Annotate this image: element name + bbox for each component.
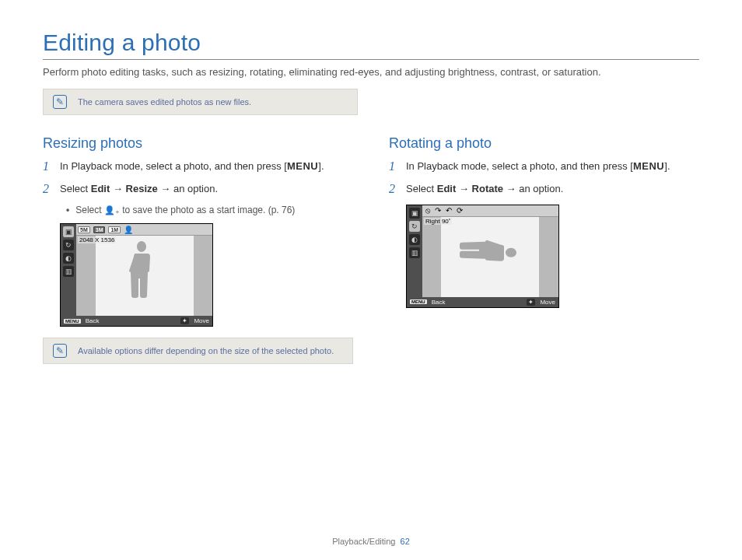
rotate-right-icon: ↷ [435, 206, 441, 215]
t: Select [406, 183, 437, 194]
lcd-canvas: ⦸ ↷ ↶ ⟳ Right 90˚ [422, 205, 558, 297]
resize-icon: ▣ [63, 226, 74, 237]
step-number: 2 [389, 182, 400, 197]
lcd-footer: MENU Back ✦ Move [407, 297, 558, 307]
step-body: Select Edit → Resize → an option. [60, 182, 353, 197]
intro-text: Perform photo editing tasks, such as res… [43, 66, 699, 78]
section-heading-rotate: Rotating a photo [389, 135, 699, 152]
bullet-dot-icon: • [66, 205, 69, 215]
step1-text-a: In Playback mode, select a photo, and th… [60, 160, 284, 172]
adjust-icon: ▥ [409, 247, 420, 258]
note-box-bottom: ✎ Available options differ depending on … [43, 338, 353, 364]
step-number: 1 [389, 159, 400, 174]
palette-icon: ◐ [409, 234, 420, 245]
rotate-label: Rotate [472, 183, 503, 194]
resize-icon: ▣ [409, 208, 420, 219]
menu-label: MENU [287, 160, 318, 172]
rotate-icon: ↻ [409, 221, 420, 232]
arrow: → [456, 183, 471, 194]
back-label: Back [432, 299, 446, 306]
column-resizing: Resizing photos 1 In Playback mode, sele… [43, 135, 353, 384]
step-2: 2 Select Edit → Rotate → an option. [389, 182, 699, 197]
lcd-topbar: 5M 3M 1M 👤 [76, 224, 212, 236]
step-1: 1 In Playback mode, select a photo, and … [389, 159, 699, 174]
start-image-icon: 👤₊ [104, 205, 120, 215]
rotate-180-icon: ⟳ [457, 206, 463, 215]
size-chip-active: 3M [93, 226, 106, 233]
lcd-topbar: ⦸ ↷ ↶ ⟳ [422, 205, 558, 217]
t: . [667, 160, 670, 172]
t: → an option. [503, 183, 563, 194]
adjust-icon: ▥ [63, 266, 74, 277]
page-number: 62 [401, 537, 410, 546]
lcd-footer: MENU Back ✦ Move [61, 316, 212, 326]
sub-bullet: • Select 👤₊ to save the photo as a start… [66, 205, 353, 215]
lcd-sidebar: ▣ ↻ ◐ ▥ [61, 224, 76, 316]
title-rule [43, 59, 699, 60]
edit-label: Edit [437, 183, 457, 194]
move-label: Move [540, 299, 555, 306]
lcd-resolution-label: 2048 X 1536 [78, 236, 116, 243]
lcd-screenshot-rotate: ▣ ↻ ◐ ▥ ⦸ ↷ ↶ ⟳ Right 90˚ [406, 205, 559, 308]
note-box-top: ✎ The camera saves edited photos as new … [43, 89, 358, 115]
menu-badge: MENU [64, 319, 81, 324]
step-body: Select Edit → Rotate → an option. [406, 182, 699, 197]
start-image-icon: 👤 [124, 226, 133, 234]
lcd-screenshot-resize: ▣ ↻ ◐ ▥ 5M 3M 1M 👤 2048 X 1536 [60, 223, 213, 327]
person-silhouette [128, 240, 155, 300]
nav-icon: ✦ [180, 317, 189, 324]
footer-section: Playback/Editing [332, 537, 395, 546]
step-number: 2 [43, 182, 54, 197]
arrow: → [110, 183, 125, 194]
step-body: In Playback mode, select a photo, and th… [406, 159, 699, 174]
nav-icon: ✦ [527, 299, 535, 306]
menu-label: MENU [633, 160, 664, 172]
edit-label: Edit [91, 183, 110, 194]
bullet-text: Select 👤₊ to save the photo as a start i… [75, 205, 295, 215]
size-chip: 1M [108, 226, 121, 233]
menu-badge: MENU [410, 299, 427, 304]
off-icon: ⦸ [425, 206, 430, 215]
step1-text-b: . [321, 160, 324, 172]
lcd-canvas: 5M 3M 1M 👤 2048 X 1536 [76, 224, 212, 316]
resize-label: Resize [126, 183, 158, 194]
column-rotating: Rotating a photo 1 In Playback mode, sel… [389, 135, 699, 384]
rotate-left-icon: ↶ [446, 206, 452, 215]
lcd-rotation-label: Right 90˚ [424, 218, 452, 225]
size-chip: 5M [78, 226, 90, 233]
bt-post: to save the photo as a start image. (p. … [120, 205, 295, 215]
step-body: In Playback mode, select a photo, and th… [60, 159, 353, 174]
page-title: Editing a photo [43, 30, 699, 56]
step-1: 1 In Playback mode, select a photo, and … [43, 159, 353, 174]
lcd-sidebar: ▣ ↻ ◐ ▥ [407, 205, 422, 297]
t: Select [60, 183, 91, 194]
note-text: The camera saves edited photos as new fi… [78, 97, 251, 107]
person-silhouette-rotated [457, 239, 518, 265]
t: In Playback mode, select a photo, and th… [406, 160, 630, 172]
back-label: Back [86, 317, 100, 324]
note-icon: ✎ [53, 344, 67, 358]
rotate-icon: ↻ [63, 240, 74, 250]
step-2: 2 Select Edit → Resize → an option. [43, 182, 353, 197]
palette-icon: ◐ [63, 253, 74, 264]
section-heading-resize: Resizing photos [43, 135, 353, 152]
bt-pre: Select [75, 205, 104, 215]
page-footer: Playback/Editing 62 [0, 537, 742, 546]
t: → an option. [158, 183, 218, 194]
note-text: Available options differ depending on th… [78, 346, 334, 355]
move-label: Move [194, 317, 209, 324]
note-icon: ✎ [53, 95, 67, 109]
step-number: 1 [43, 159, 54, 174]
